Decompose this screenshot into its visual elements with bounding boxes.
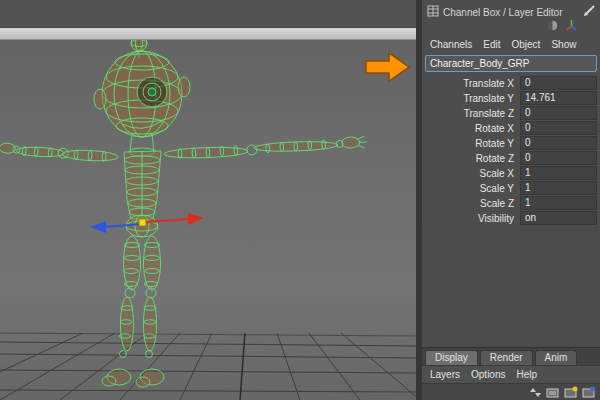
channel-row: Scale Z 1 [422, 196, 600, 210]
menu-channels[interactable]: Channels [430, 39, 472, 50]
channel-value-field[interactable]: 0 [520, 76, 597, 90]
channel-value-field[interactable]: 1 [520, 166, 597, 180]
menu-layers[interactable]: Layers [430, 369, 460, 380]
viewport-header-bar [0, 0, 416, 28]
channel-label[interactable]: Visibility [422, 213, 520, 224]
layer-editor-tabs: Display Render Anim [422, 347, 600, 365]
channel-row: Translate Y 14.761 [422, 91, 600, 105]
channel-value-field[interactable]: 0 [520, 151, 597, 165]
channel-row: Rotate Y 0 [422, 136, 600, 150]
channel-row: Translate X 0 [422, 76, 600, 90]
layer-editor-menubar: Layers Options Help [422, 365, 600, 383]
channel-label[interactable]: Translate Z [422, 108, 520, 119]
new-layer-from-selection-icon[interactable] [582, 386, 596, 399]
channel-label[interactable]: Translate X [422, 78, 520, 89]
axis-icon[interactable] [565, 19, 578, 34]
pen-icon[interactable] [583, 3, 597, 19]
tab-display[interactable]: Display [425, 350, 478, 365]
manipulator-z-handle[interactable] [90, 221, 106, 233]
channel-value-field[interactable]: 1 [520, 196, 597, 210]
sphere-icon[interactable] [546, 19, 559, 34]
channel-label[interactable]: Rotate X [422, 123, 520, 134]
channel-row: Rotate X 0 [422, 121, 600, 135]
channel-row: Scale X 1 [422, 166, 600, 180]
panel-title: Channel Box / Layer Editor [443, 7, 563, 18]
channel-label[interactable]: Scale Z [422, 198, 520, 209]
channel-box-empty-area [422, 226, 600, 347]
character-head [94, 35, 190, 137]
channel-label[interactable]: Scale X [422, 168, 520, 179]
annotation-arrow-icon [366, 53, 409, 81]
channel-value-field[interactable]: 0 [520, 121, 597, 135]
channel-value-field[interactable]: 1 [520, 181, 597, 195]
menu-show[interactable]: Show [551, 39, 576, 50]
channel-box-menubar: Channels Edit Object Show [422, 36, 600, 54]
layer-editor-buttons [422, 383, 600, 400]
scene-canvas [0, 0, 416, 400]
panel-header: Channel Box / Layer Editor [422, 0, 600, 36]
tab-render[interactable]: Render [480, 350, 533, 365]
viewport-menubar [0, 28, 416, 40]
object-name-field[interactable]: Character_Body_GRP [425, 55, 597, 72]
maya-window: Channel Box / Layer Editor Channels Edit… [0, 0, 600, 400]
manipulator-x-handle[interactable] [188, 213, 204, 225]
channel-value-field[interactable]: 14.761 [520, 91, 597, 105]
channel-row: Translate Z 0 [422, 106, 600, 120]
channel-value-field[interactable]: 0 [520, 106, 597, 120]
sort-layers-icon[interactable] [529, 386, 542, 399]
channel-value-field[interactable]: 0 [520, 136, 597, 150]
channel-row: Visibility on [422, 211, 600, 225]
menu-options[interactable]: Options [471, 369, 505, 380]
channel-row: Rotate Z 0 [422, 151, 600, 165]
header-tool-icons [546, 19, 578, 34]
menu-edit[interactable]: Edit [483, 39, 500, 50]
character-right-arm [164, 136, 367, 159]
menu-help[interactable]: Help [516, 369, 537, 380]
channel-box-icon [427, 5, 439, 19]
channel-label[interactable]: Rotate Z [422, 153, 520, 164]
character-legs [102, 236, 164, 387]
channel-box-panel: Channel Box / Layer Editor Channels Edit… [422, 0, 600, 400]
ground-grid-icon [0, 333, 416, 400]
channel-list: Translate X 0 Translate Y 14.761 Transla… [422, 74, 600, 226]
manipulator-center-handle[interactable] [139, 219, 146, 226]
menu-object[interactable]: Object [512, 39, 541, 50]
character-left-arm [0, 143, 118, 162]
channel-row: Scale Y 1 [422, 181, 600, 195]
viewport-3d[interactable] [0, 0, 416, 400]
new-layer-icon[interactable] [564, 386, 578, 399]
tab-anim[interactable]: Anim [535, 350, 578, 365]
channel-value-field[interactable]: on [520, 211, 597, 225]
new-empty-layer-icon[interactable] [546, 386, 560, 399]
channel-label[interactable]: Translate Y [422, 93, 520, 104]
channel-label[interactable]: Scale Y [422, 183, 520, 194]
channel-label[interactable]: Rotate Y [422, 138, 520, 149]
